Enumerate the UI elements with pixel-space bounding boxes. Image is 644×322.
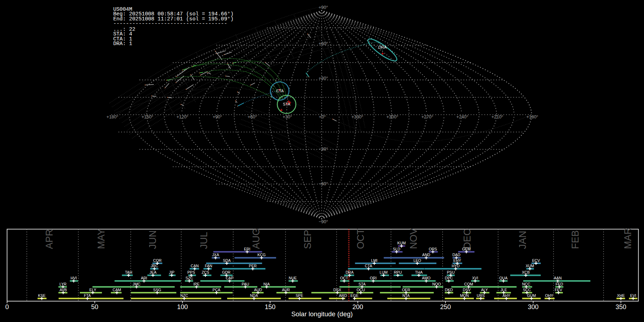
svg-text:PAU: PAU — [241, 282, 249, 286]
svg-text:PSU: PSU — [447, 270, 455, 274]
svg-text:OCT: OCT — [340, 276, 348, 280]
svg-text:DPC: DPC — [445, 276, 453, 280]
svg-text:FTA: FTA — [84, 293, 91, 298]
svg-text:100: 100 — [177, 303, 188, 311]
svg-text:OCT: OCT — [355, 229, 366, 249]
svg-text:ORS: ORS — [429, 247, 437, 251]
svg-text:NZC: NZC — [180, 293, 188, 298]
svg-text:NCC: NCC — [522, 282, 530, 286]
svg-text:DRA: DRA — [378, 45, 387, 49]
svg-text:50: 50 — [91, 303, 98, 311]
svg-text:SSG: SSG — [153, 288, 161, 292]
svg-text:150: 150 — [265, 303, 275, 311]
svg-text:ERI: ERI — [244, 247, 250, 251]
svg-text:+60°: +60° — [319, 41, 328, 46]
svg-text:JUL: JUL — [199, 232, 209, 249]
svg-text:APR: APR — [44, 229, 55, 249]
svg-text:EVI: EVI — [630, 293, 636, 298]
svg-text:OHY: OHY — [545, 293, 553, 298]
svg-text:JEA: JEA — [150, 270, 157, 274]
svg-text:AHY: AHY — [502, 293, 510, 298]
svg-text:JXA: JXA — [212, 253, 219, 257]
svg-text:OCU: OCU — [357, 288, 365, 292]
svg-text:+300°: +300° — [386, 114, 398, 119]
svg-text:+240°: +240° — [457, 114, 468, 119]
svg-text:+180°: +180° — [526, 114, 538, 119]
svg-text:STA: STA — [358, 282, 366, 286]
svg-text:+150°: +150° — [141, 114, 153, 119]
svg-text:ECV: ECV — [532, 258, 540, 263]
svg-text:GEM: GEM — [462, 247, 470, 251]
svg-text:CTA: CTA — [276, 89, 284, 93]
svg-text:+270°: +270° — [421, 114, 433, 119]
svg-text:SCC: SCC — [523, 288, 531, 292]
svg-text:+30°: +30° — [283, 114, 292, 119]
svg-text:SZC: SZC — [185, 276, 193, 280]
svg-text:CAN: CAN — [191, 264, 199, 268]
svg-text:STA: STA — [283, 102, 291, 106]
svg-text:HVI: HVI — [70, 276, 77, 280]
svg-text:AUD: AUD — [254, 288, 262, 292]
svg-text:+0°: +0° — [319, 114, 326, 119]
svg-text:JUN: JUN — [147, 230, 158, 249]
svg-text:JRC: JRC — [151, 264, 158, 268]
svg-text:+180°: +180° — [107, 114, 118, 119]
svg-text:ALY: ALY — [481, 288, 488, 292]
svg-text:SPE: SPE — [296, 293, 303, 298]
svg-text:SDA: SDA — [223, 258, 231, 263]
svg-text:NUE: NUE — [289, 276, 297, 280]
svg-text:350: 350 — [615, 303, 626, 311]
svg-text:COM: COM — [464, 282, 473, 286]
svg-text:HYD: HYD — [452, 264, 460, 268]
svg-text:+90°: +90° — [319, 5, 328, 10]
svg-text:------------------------------: ------------------------------------ — [113, 21, 227, 26]
svg-text:XUM: XUM — [526, 264, 534, 268]
svg-text:NIA: NIA — [263, 282, 270, 286]
svg-text:ZCS: ZCS — [202, 270, 209, 274]
svg-text:0: 0 — [5, 303, 9, 311]
svg-text:MON: MON — [460, 293, 469, 298]
svg-text:RPU: RPU — [394, 270, 402, 274]
svg-text:Solar longitude (deg): Solar longitude (deg) — [291, 310, 353, 318]
svg-text:COR: COR — [153, 258, 162, 263]
svg-text:URS: URS — [477, 293, 485, 298]
svg-text:300: 300 — [528, 303, 538, 311]
svg-text:DKD: DKD — [445, 288, 453, 292]
svg-text:+120°: +120° — [176, 114, 188, 119]
svg-text:−60°: −60° — [319, 181, 328, 186]
svg-text:AMO: AMO — [422, 276, 430, 280]
svg-text:FEB: FEB — [570, 230, 581, 249]
svg-text:250: 250 — [440, 303, 451, 311]
svg-text:KSE: KSE — [38, 293, 45, 298]
svg-text:AUR: AUR — [282, 288, 290, 292]
svg-text:EGE: EGE — [351, 293, 358, 298]
svg-text:EHY: EHY — [453, 258, 461, 263]
svg-text:LMI: LMI — [371, 258, 377, 263]
svg-text:THA: THA — [415, 270, 423, 274]
svg-text:DRA: DRA — [346, 270, 354, 274]
svg-text:AAN: AAN — [554, 276, 562, 280]
svg-text:+330°: +330° — [351, 114, 363, 119]
svg-text:XCB: XCB — [522, 270, 530, 274]
svg-text:DSV: DSV — [463, 288, 471, 292]
svg-text:JLE: JLE — [501, 288, 507, 292]
svg-text:SLD: SLD — [393, 247, 400, 251]
svg-text:JAN: JAN — [517, 231, 528, 249]
svg-text:AUG: AUG — [251, 228, 262, 249]
svg-text:SEP: SEP — [302, 230, 313, 249]
svg-text:DAD: DAD — [452, 253, 460, 257]
svg-text:DEC: DEC — [462, 229, 473, 249]
svg-text:QUA: QUA — [499, 276, 508, 280]
svg-text:LYR: LYR — [59, 282, 67, 286]
svg-text:FEV: FEV — [555, 288, 563, 292]
svg-text:MAR: MAR — [623, 228, 633, 249]
svg-text:LUM: LUM — [380, 270, 387, 274]
svg-text:200: 200 — [352, 303, 363, 311]
svg-text:KCG: KCG — [258, 253, 266, 257]
svg-text:−90°: −90° — [319, 219, 328, 224]
svg-text:+60°: +60° — [248, 114, 257, 119]
svg-text:ARI: ARI — [141, 276, 147, 280]
svg-text:NOO: NOO — [432, 282, 441, 286]
svg-text:AVB: AVB — [59, 288, 67, 292]
svg-text:PER: PER — [249, 264, 257, 268]
